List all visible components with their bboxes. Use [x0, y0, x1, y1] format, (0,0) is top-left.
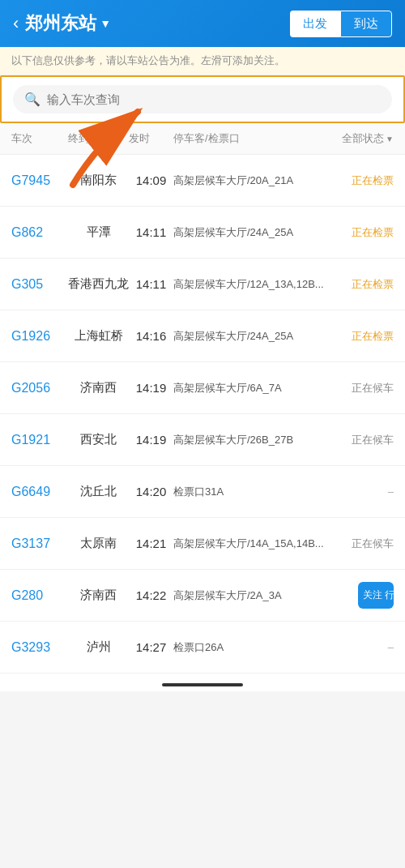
train-number[interactable]: G862 [11, 225, 68, 240]
back-button[interactable]: ‹ [13, 10, 25, 37]
train-stop-info: 高架层候车大厅/26B_27B [173, 432, 337, 448]
train-departure-time: 14:11 [129, 277, 173, 291]
bottom-bar [0, 673, 405, 691]
col-time: 发时 [129, 131, 173, 146]
train-destination: 沈丘北 [68, 484, 129, 499]
table-row: G305 香港西九龙 14:11 高架层候车大厅/12A_13A,12B... … [0, 259, 405, 310]
search-wrap: 🔍 [0, 75, 405, 123]
arrive-button[interactable]: 到达 [340, 11, 392, 37]
train-destination: 平潭 [68, 224, 129, 240]
header: ‹ 郑州东站 ▼ 出发 到达 [0, 0, 405, 47]
train-destination: 南阳东 [68, 173, 129, 188]
train-number[interactable]: G2056 [11, 381, 68, 396]
header-title-wrap: 郑州东站 ▼ [25, 11, 290, 36]
station-title: 郑州东站 [25, 11, 96, 36]
train-stop-info: 高架层候车大厅/14A_15A,14B... [173, 536, 337, 552]
depart-button[interactable]: 出发 [290, 11, 340, 37]
train-destination: 泸州 [68, 639, 129, 655]
status-badge: 正在检票 [337, 329, 394, 344]
status-badge: 正在候车 [337, 537, 394, 551]
train-number[interactable]: G1926 [11, 329, 68, 344]
table-row: G1926 上海虹桥 14:16 高架层候车大厅/24A_25A 正在检票 [0, 310, 405, 362]
notice-bar: 以下信息仅供参考，请以车站公告为准。左滑可添加关注。 [0, 47, 405, 75]
table-row: G3137 太原南 14:21 高架层候车大厅/14A_15A,14B... 正… [0, 518, 405, 570]
train-departure-time: 14:09 [129, 173, 173, 187]
train-stop-info: 高架层候车大厅/12A_13A,12B... [173, 276, 337, 293]
status-dropdown-icon[interactable]: ▼ [386, 135, 394, 143]
table-row: G3293 泸州 14:27 检票口26A – [0, 622, 405, 673]
train-number[interactable]: G1921 [11, 433, 68, 447]
train-number[interactable]: G7945 [11, 173, 68, 188]
train-stop-info: 高架层候车大厅/2A_3A [173, 588, 358, 604]
status-badge: 正在检票 [337, 173, 394, 188]
train-departure-time: 14:19 [129, 381, 173, 395]
page-container: ‹ 郑州东站 ▼ 出发 到达 以下信息仅供参考，请以车站公告为准。左滑可添加关注… [0, 0, 405, 691]
search-inner[interactable]: 🔍 [13, 85, 392, 113]
train-destination: 太原南 [68, 536, 129, 551]
train-departure-time: 14:11 [129, 225, 173, 239]
status-badge: – [337, 641, 394, 653]
table-row: G1921 西安北 14:19 高架层候车大厅/26B_27B 正在候车 [0, 414, 405, 466]
status-badge: – [337, 485, 394, 498]
train-number[interactable]: G280 [11, 588, 68, 603]
train-number[interactable]: G6649 [11, 485, 68, 499]
train-destination: 济南西 [68, 588, 129, 603]
train-departure-time: 14:22 [129, 588, 173, 602]
table-row: G2056 济南西 14:19 高架层候车大厅/6A_7A 正在候车 [0, 362, 405, 414]
table-row: G6649 沈丘北 14:20 检票口31A – [0, 466, 405, 518]
col-status[interactable]: 全部状态 ▼ [337, 131, 394, 146]
table-row: G280 济南西 14:22 高架层候车大厅/2A_3A 关注 行程 [0, 570, 405, 622]
train-number[interactable]: G305 [11, 277, 68, 292]
train-list: G7945 南阳东 14:09 高架层候车大厅/20A_21A 正在检票 G86… [0, 155, 405, 673]
col-dest: 终到 [68, 131, 129, 146]
table-row: G7945 南阳东 14:09 高架层候车大厅/20A_21A 正在检票 [0, 155, 405, 207]
train-destination: 西安北 [68, 432, 129, 447]
search-icon: 🔍 [24, 92, 40, 107]
train-stop-info: 高架层候车大厅/24A_25A [173, 224, 337, 241]
col-train: 车次 [11, 131, 68, 146]
follow-button[interactable]: 关注 行程 [358, 582, 394, 609]
title-dropdown-arrow[interactable]: ▼ [100, 17, 111, 30]
train-destination: 济南西 [68, 380, 129, 396]
home-indicator [162, 683, 243, 686]
train-number[interactable]: G3293 [11, 640, 68, 655]
col-stop: 停车客/检票口 [173, 131, 337, 146]
train-stop-info: 高架层候车大厅/20A_21A [173, 173, 337, 189]
header-buttons: 出发 到达 [290, 11, 392, 37]
table-row: G862 平潭 14:11 高架层候车大厅/24A_25A 正在检票 [0, 207, 405, 259]
train-destination: 上海虹桥 [68, 328, 129, 344]
status-badge: 正在检票 [337, 225, 394, 240]
train-stop-info: 高架层候车大厅/6A_7A [173, 380, 337, 396]
search-input[interactable] [47, 92, 381, 106]
train-departure-time: 14:19 [129, 433, 173, 447]
status-badge: 正在检票 [337, 277, 394, 292]
status-badge: 正在候车 [337, 381, 394, 396]
train-stop-info: 高架层候车大厅/24A_25A [173, 328, 337, 344]
train-number[interactable]: G3137 [11, 537, 68, 551]
train-departure-time: 14:20 [129, 485, 173, 498]
train-departure-time: 14:16 [129, 329, 173, 343]
train-stop-info: 检票口26A [173, 639, 337, 656]
train-stop-info: 检票口31A [173, 484, 337, 500]
status-badge: 正在候车 [337, 433, 394, 447]
column-headers: 车次 终到 发时 停车客/检票口 全部状态 ▼ [0, 123, 405, 155]
train-destination: 香港西九龙 [68, 276, 129, 292]
train-departure-time: 14:27 [129, 640, 173, 654]
train-departure-time: 14:21 [129, 537, 173, 550]
